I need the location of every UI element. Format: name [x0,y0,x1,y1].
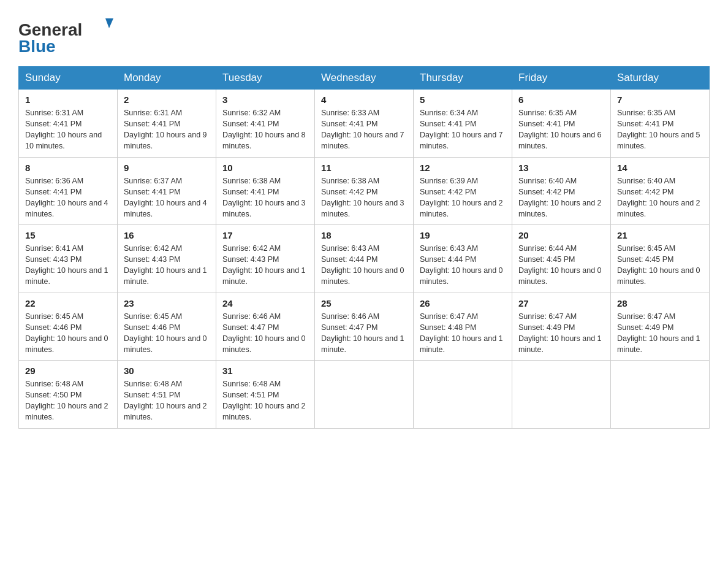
day-number: 17 [222,230,308,240]
day-number: 25 [321,298,407,308]
day-number: 16 [124,230,210,240]
day-number: 9 [124,163,210,173]
calendar-cell: 8Sunrise: 6:36 AMSunset: 4:41 PMDaylight… [19,157,118,225]
calendar-cell: 28Sunrise: 6:47 AMSunset: 4:49 PMDayligh… [611,293,710,361]
weekday-header-wednesday: Wednesday [315,67,414,90]
calendar-cell [315,361,414,429]
week-row-4: 22Sunrise: 6:45 AMSunset: 4:46 PMDayligh… [19,293,710,361]
day-number: 1 [25,94,111,105]
day-number: 18 [321,230,407,240]
weekday-header-thursday: Thursday [414,67,512,90]
day-info: Sunrise: 6:46 AMSunset: 4:47 PMDaylight:… [222,311,308,356]
day-number: 26 [420,298,506,308]
calendar-cell: 16Sunrise: 6:42 AMSunset: 4:43 PMDayligh… [118,225,216,293]
day-info: Sunrise: 6:37 AMSunset: 4:41 PMDaylight:… [124,175,210,220]
calendar-cell: 23Sunrise: 6:45 AMSunset: 4:46 PMDayligh… [118,293,216,361]
day-number: 7 [617,94,703,105]
calendar-cell: 25Sunrise: 6:46 AMSunset: 4:47 PMDayligh… [315,293,414,361]
day-number: 30 [124,366,210,376]
day-info: Sunrise: 6:45 AMSunset: 4:45 PMDaylight:… [617,243,703,288]
calendar-cell: 31Sunrise: 6:48 AMSunset: 4:51 PMDayligh… [216,361,315,429]
day-number: 19 [420,230,506,240]
day-number: 24 [222,298,308,308]
weekday-header-tuesday: Tuesday [216,67,315,90]
calendar-cell: 22Sunrise: 6:45 AMSunset: 4:46 PMDayligh… [19,293,118,361]
day-number: 22 [25,298,111,308]
calendar-cell: 4Sunrise: 6:33 AMSunset: 4:41 PMDaylight… [315,90,414,158]
svg-marker-1 [105,18,113,28]
calendar-cell: 6Sunrise: 6:35 AMSunset: 4:41 PMDaylight… [512,90,611,158]
day-number: 12 [420,163,506,173]
weekday-header-friday: Friday [512,67,611,90]
day-info: Sunrise: 6:48 AMSunset: 4:50 PMDaylight:… [25,378,111,423]
calendar-cell: 17Sunrise: 6:42 AMSunset: 4:43 PMDayligh… [216,225,315,293]
calendar-cell: 2Sunrise: 6:31 AMSunset: 4:41 PMDaylight… [118,90,216,158]
day-info: Sunrise: 6:39 AMSunset: 4:42 PMDaylight:… [420,175,506,220]
day-number: 20 [518,230,604,240]
day-info: Sunrise: 6:35 AMSunset: 4:41 PMDaylight:… [617,107,703,152]
calendar-cell: 18Sunrise: 6:43 AMSunset: 4:44 PMDayligh… [315,225,414,293]
calendar-cell: 24Sunrise: 6:46 AMSunset: 4:47 PMDayligh… [216,293,315,361]
day-number: 28 [617,298,703,308]
weekday-header-sunday: Sunday [19,67,118,90]
calendar-cell: 21Sunrise: 6:45 AMSunset: 4:45 PMDayligh… [611,225,710,293]
day-info: Sunrise: 6:32 AMSunset: 4:41 PMDaylight:… [222,107,308,152]
calendar-cell: 13Sunrise: 6:40 AMSunset: 4:42 PMDayligh… [512,157,611,225]
week-row-2: 8Sunrise: 6:36 AMSunset: 4:41 PMDaylight… [19,157,710,225]
calendar-cell: 9Sunrise: 6:37 AMSunset: 4:41 PMDaylight… [118,157,216,225]
day-number: 13 [518,163,604,173]
calendar-table: SundayMondayTuesdayWednesdayThursdayFrid… [18,66,710,429]
calendar-cell [512,361,611,429]
calendar-cell: 7Sunrise: 6:35 AMSunset: 4:41 PMDaylight… [611,90,710,158]
day-number: 31 [222,366,308,376]
day-info: Sunrise: 6:47 AMSunset: 4:48 PMDaylight:… [420,311,506,356]
calendar-cell: 1Sunrise: 6:31 AMSunset: 4:41 PMDaylight… [19,90,118,158]
weekday-header-monday: Monday [118,67,216,90]
day-info: Sunrise: 6:31 AMSunset: 4:41 PMDaylight:… [25,107,111,152]
day-info: Sunrise: 6:45 AMSunset: 4:46 PMDaylight:… [25,311,111,356]
day-info: Sunrise: 6:43 AMSunset: 4:44 PMDaylight:… [321,243,407,288]
day-info: Sunrise: 6:38 AMSunset: 4:41 PMDaylight:… [222,175,308,220]
day-number: 14 [617,163,703,173]
day-number: 15 [25,230,111,240]
day-number: 4 [321,94,407,105]
calendar-cell [414,361,512,429]
day-info: Sunrise: 6:46 AMSunset: 4:47 PMDaylight:… [321,311,407,356]
calendar-cell: 20Sunrise: 6:44 AMSunset: 4:45 PMDayligh… [512,225,611,293]
day-info: Sunrise: 6:44 AMSunset: 4:45 PMDaylight:… [518,243,604,288]
day-info: Sunrise: 6:35 AMSunset: 4:41 PMDaylight:… [518,107,604,152]
day-info: Sunrise: 6:33 AMSunset: 4:41 PMDaylight:… [321,107,407,152]
day-info: Sunrise: 6:42 AMSunset: 4:43 PMDaylight:… [124,243,210,288]
weekday-header-row: SundayMondayTuesdayWednesdayThursdayFrid… [19,67,710,90]
calendar-cell: 19Sunrise: 6:43 AMSunset: 4:44 PMDayligh… [414,225,512,293]
day-number: 27 [518,298,604,308]
day-info: Sunrise: 6:41 AMSunset: 4:43 PMDaylight:… [25,243,111,288]
day-info: Sunrise: 6:38 AMSunset: 4:42 PMDaylight:… [321,175,407,220]
calendar-cell [611,361,710,429]
calendar-cell: 10Sunrise: 6:38 AMSunset: 4:41 PMDayligh… [216,157,315,225]
day-info: Sunrise: 6:47 AMSunset: 4:49 PMDaylight:… [518,311,604,356]
day-number: 5 [420,94,506,105]
calendar-cell: 27Sunrise: 6:47 AMSunset: 4:49 PMDayligh… [512,293,611,361]
calendar-cell: 11Sunrise: 6:38 AMSunset: 4:42 PMDayligh… [315,157,414,225]
calendar-cell: 15Sunrise: 6:41 AMSunset: 4:43 PMDayligh… [19,225,118,293]
day-number: 23 [124,298,210,308]
logo-image: General Blue [18,12,123,55]
calendar-cell: 30Sunrise: 6:48 AMSunset: 4:51 PMDayligh… [118,361,216,429]
day-info: Sunrise: 6:34 AMSunset: 4:41 PMDaylight:… [420,107,506,152]
page-header: General Blue [18,12,710,55]
day-number: 6 [518,94,604,105]
day-info: Sunrise: 6:36 AMSunset: 4:41 PMDaylight:… [25,175,111,220]
day-number: 3 [222,94,308,105]
day-info: Sunrise: 6:47 AMSunset: 4:49 PMDaylight:… [617,311,703,356]
day-info: Sunrise: 6:48 AMSunset: 4:51 PMDaylight:… [222,378,308,423]
day-number: 2 [124,94,210,105]
day-number: 11 [321,163,407,173]
week-row-1: 1Sunrise: 6:31 AMSunset: 4:41 PMDaylight… [19,90,710,158]
week-row-3: 15Sunrise: 6:41 AMSunset: 4:43 PMDayligh… [19,225,710,293]
day-info: Sunrise: 6:43 AMSunset: 4:44 PMDaylight:… [420,243,506,288]
weekday-header-saturday: Saturday [611,67,710,90]
calendar-cell: 5Sunrise: 6:34 AMSunset: 4:41 PMDaylight… [414,90,512,158]
week-row-5: 29Sunrise: 6:48 AMSunset: 4:50 PMDayligh… [19,361,710,429]
day-info: Sunrise: 6:40 AMSunset: 4:42 PMDaylight:… [617,175,703,220]
